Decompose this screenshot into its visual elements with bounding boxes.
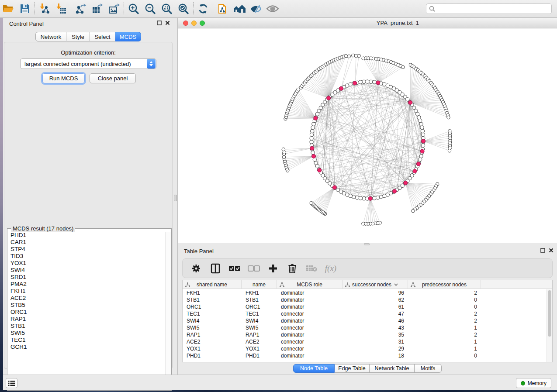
import-table-button[interactable]: [53, 1, 69, 16]
network-node[interactable]: [315, 165, 319, 168]
network-node[interactable]: [417, 116, 421, 119]
mcds-result-item[interactable]: GCR1: [10, 344, 165, 351]
tab-style[interactable]: Style: [66, 32, 90, 41]
network-node[interactable]: [310, 140, 313, 144]
network-node[interactable]: [383, 194, 386, 198]
column-header-MCDS-role[interactable]: MCDS role: [277, 280, 343, 289]
memory-button[interactable]: Memory: [516, 378, 551, 388]
network-canvas[interactable]: [178, 28, 557, 243]
float-window-icon[interactable]: [157, 21, 162, 25]
mcds-result-item[interactable]: SRD1: [10, 274, 165, 281]
search-input[interactable]: [437, 6, 549, 12]
table-scrollbar[interactable]: [547, 289, 552, 362]
mcds-node[interactable]: [310, 146, 314, 150]
network-leaf-node[interactable]: [282, 155, 286, 159]
network-node[interactable]: [362, 197, 366, 200]
window-minimize-button[interactable]: [191, 21, 197, 26]
network-leaf-node[interactable]: [401, 65, 405, 69]
float-window-icon[interactable]: [540, 248, 545, 253]
mcds-result-item[interactable]: SWI5: [10, 330, 165, 337]
mcds-node[interactable]: [404, 181, 408, 185]
mcds-result-item[interactable]: TID3: [10, 253, 165, 260]
network-node[interactable]: [314, 161, 318, 165]
mcds-node[interactable]: [368, 196, 372, 200]
table-mode-settings-button[interactable]: [190, 261, 203, 275]
network-node[interactable]: [419, 122, 423, 126]
network-node[interactable]: [310, 129, 314, 133]
network-node[interactable]: [421, 144, 425, 147]
network-node[interactable]: [419, 119, 422, 122]
mcds-result-item[interactable]: PMA2: [10, 281, 165, 288]
table-row-ACE2[interactable]: ACE2ACE2connector311: [183, 338, 546, 345]
network-node[interactable]: [373, 80, 376, 84]
mcds-result-scrollbar[interactable]: [165, 232, 171, 390]
mcds-node[interactable]: [416, 162, 420, 166]
tab-motifs[interactable]: Motifs: [415, 364, 442, 373]
select-all-button[interactable]: [228, 261, 241, 275]
network-leaf-node[interactable]: [447, 116, 450, 119]
window-maximize-button[interactable]: [200, 21, 205, 26]
close-panel-button[interactable]: Close panel: [90, 73, 136, 83]
network-window-titlebar[interactable]: YPA_prune.txt_1: [178, 18, 557, 28]
network-node[interactable]: [359, 196, 362, 200]
network-node[interactable]: [366, 80, 369, 83]
window-close-button[interactable]: [183, 21, 188, 26]
network-node[interactable]: [352, 195, 356, 199]
zoom-selected-button[interactable]: [175, 1, 192, 16]
splitter-handle[interactable]: [174, 195, 177, 201]
network-node[interactable]: [355, 196, 359, 199]
network-leaf-node[interactable]: [344, 54, 348, 58]
export-network-button[interactable]: [73, 1, 89, 16]
mcds-node[interactable]: [332, 186, 336, 189]
close-icon[interactable]: [165, 21, 170, 25]
network-leaf-node[interactable]: [352, 54, 355, 57]
import-network-button[interactable]: [36, 1, 53, 16]
tab-edge-table[interactable]: Edge Table: [335, 364, 370, 373]
network-graph[interactable]: [178, 28, 557, 243]
delete-table-button[interactable]: [305, 261, 318, 275]
mcds-node[interactable]: [327, 96, 331, 100]
tab-mcds[interactable]: MCDS: [115, 32, 141, 41]
mcds-result-item[interactable]: STP4: [10, 246, 165, 253]
vertical-splitter[interactable]: [173, 18, 178, 375]
network-node[interactable]: [379, 195, 383, 199]
network-node[interactable]: [312, 122, 315, 126]
mcds-node[interactable]: [420, 149, 424, 153]
mcds-result-item[interactable]: CAR1: [10, 239, 165, 246]
column-header-predecessor-nodes[interactable]: predecessor nodes: [408, 280, 481, 289]
network-node[interactable]: [369, 80, 373, 83]
show-columns-button[interactable]: [209, 261, 222, 275]
network-leaf-node[interactable]: [347, 55, 351, 58]
network-node[interactable]: [310, 137, 313, 140]
zoom-in-button[interactable]: [125, 1, 142, 16]
table-row-SWI4[interactable]: SWI4SWI4dominator462: [183, 317, 546, 324]
network-node[interactable]: [419, 158, 422, 161]
mcds-result-item[interactable]: FKH1: [10, 288, 165, 295]
mcds-result-item[interactable]: ORC1: [10, 309, 165, 316]
run-mcds-button[interactable]: Run MCDS: [42, 73, 85, 83]
table-row-RAP1[interactable]: RAP1RAP1dominator352: [183, 331, 546, 338]
tab-network-table[interactable]: Network Table: [370, 364, 415, 373]
mcds-result-item[interactable]: PHD1: [10, 232, 165, 239]
export-table-button[interactable]: [89, 1, 106, 16]
tab-select[interactable]: Select: [90, 32, 115, 41]
table-row-TEC1[interactable]: TEC1TEC1connector472: [183, 310, 546, 317]
show-hide-button[interactable]: [264, 1, 281, 16]
network-node[interactable]: [310, 133, 313, 137]
column-header-name[interactable]: name: [242, 280, 277, 289]
network-node[interactable]: [376, 196, 379, 199]
column-header-shared-name[interactable]: shared name: [183, 280, 242, 289]
network-leaf-node[interactable]: [362, 222, 365, 226]
column-header-successor-nodes[interactable]: successor nodes: [343, 280, 408, 289]
export-image-button[interactable]: [106, 1, 122, 16]
network-leaf-node[interactable]: [310, 201, 313, 205]
mcds-node[interactable]: [413, 169, 417, 173]
table-row-SWI5[interactable]: SWI5SWI5connector431: [183, 324, 546, 331]
function-builder-button[interactable]: f(x): [324, 261, 337, 275]
network-node[interactable]: [373, 196, 376, 200]
tab-network[interactable]: Network: [35, 32, 66, 41]
refresh-button[interactable]: [195, 1, 211, 16]
mcds-result-item[interactable]: STB1: [10, 323, 165, 330]
mcds-result-item[interactable]: SWI4: [10, 267, 165, 274]
table-body[interactable]: FKH1FKH1dominator962STB1STB1dominator620…: [183, 289, 546, 362]
